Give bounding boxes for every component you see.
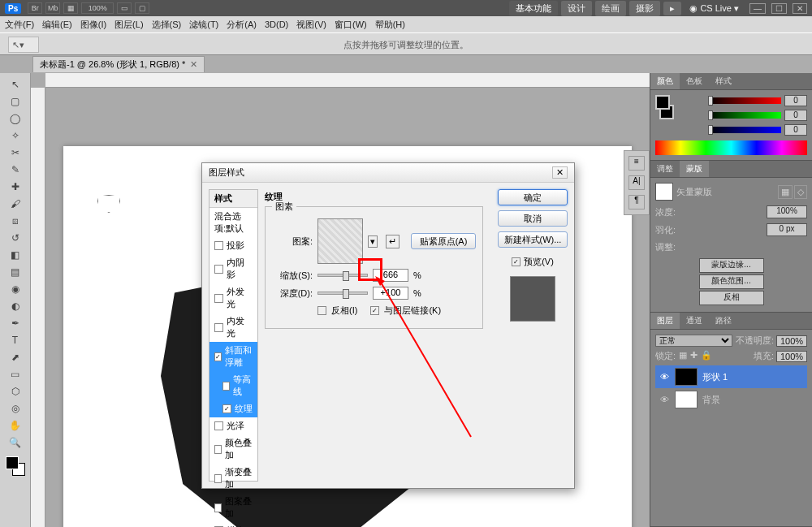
color-swatch[interactable] (6, 456, 25, 476)
menu-image[interactable]: 图像(I) (80, 19, 106, 31)
path-select-icon[interactable]: ⬈ (6, 349, 24, 365)
crop-tool-icon[interactable]: ✂ (6, 145, 24, 161)
tab-channels[interactable]: 通道 (680, 313, 709, 329)
menu-help[interactable]: 帮助(H) (375, 19, 405, 31)
mask-edge-button[interactable]: 蒙版边缘... (699, 258, 764, 273)
density-value[interactable]: 100% (767, 205, 807, 218)
style-outer-glow[interactable]: 外发光 (209, 283, 257, 313)
screen-mode-icon[interactable]: ▢ (135, 2, 149, 14)
menu-filter[interactable]: 滤镜(T) (189, 19, 218, 31)
layer-row-shape[interactable]: 👁 ◈ 形状 1 (655, 365, 807, 388)
pattern-preview[interactable] (317, 218, 363, 264)
shape-tool-icon[interactable]: ▭ (6, 366, 24, 382)
marquee-tool-icon[interactable]: ▢ (6, 93, 24, 110)
eyedropper-tool-icon[interactable]: ✎ (6, 162, 24, 178)
style-satin[interactable]: 光泽 (209, 417, 257, 434)
blur-tool-icon[interactable]: ◉ (6, 281, 24, 297)
new-preset-icon[interactable]: ↵ (386, 235, 400, 248)
style-blend-options[interactable]: 混合选项:默认 (209, 208, 257, 237)
style-texture[interactable]: 纹理 (209, 400, 257, 417)
r-slider[interactable] (708, 97, 781, 104)
new-style-button[interactable]: 新建样式(W)... (498, 231, 568, 248)
style-contour[interactable]: 等高线 (209, 371, 257, 400)
workspace-more[interactable]: ▸ (663, 2, 681, 15)
close-tab-icon[interactable]: ✕ (190, 59, 197, 70)
menu-3d[interactable]: 3D(D) (265, 19, 288, 29)
tab-color[interactable]: 颜色 (650, 73, 680, 89)
tab-layers[interactable]: 图层 (650, 313, 680, 329)
menu-view[interactable]: 视图(V) (296, 19, 326, 31)
visibility-icon[interactable]: 👁 (659, 372, 670, 382)
fill-value[interactable]: 100% (776, 351, 807, 362)
depth-input[interactable]: +100 (373, 287, 408, 300)
style-drop-shadow[interactable]: 投影 (209, 237, 257, 254)
lock-all-icon[interactable]: 🔒 (701, 350, 712, 362)
paragraph-icon[interactable]: ¶ (628, 195, 645, 210)
b-value[interactable]: 0 (784, 124, 807, 136)
lasso-tool-icon[interactable]: ◯ (6, 110, 24, 127)
menu-select[interactable]: 选择(S) (152, 19, 182, 31)
color-swatch-panel[interactable] (655, 95, 674, 119)
feather-value[interactable]: 0 px (767, 223, 807, 236)
gradient-tool-icon[interactable]: ▤ (6, 264, 24, 280)
snap-origin-button[interactable]: 贴紧原点(A) (411, 233, 476, 249)
link-checkbox[interactable]: ✓ (370, 306, 379, 315)
menu-analysis[interactable]: 分析(A) (227, 19, 257, 31)
history-icon[interactable]: ≡ (628, 156, 645, 171)
mini-bridge-icon[interactable]: Mb (45, 2, 60, 14)
zoom-level[interactable]: 100% (81, 2, 114, 14)
menu-edit[interactable]: 编辑(E) (42, 19, 72, 31)
wand-tool-icon[interactable]: ✧ (6, 127, 24, 144)
menu-file[interactable]: 文件(F) (5, 19, 34, 31)
workspace-draw[interactable]: 绘画 (595, 1, 626, 16)
lock-pixels-icon[interactable]: ▦ (679, 350, 687, 362)
pixel-mask-icon[interactable]: ▦ (778, 185, 793, 199)
preview-checkbox[interactable]: ✓ (512, 257, 520, 266)
current-tool-indicator[interactable]: ↖▾ (8, 37, 39, 53)
cslive-button[interactable]: ◉ CS Live ▾ (689, 3, 739, 14)
character-icon[interactable]: A| (628, 175, 645, 190)
visibility-icon[interactable]: 👁 (659, 395, 670, 404)
style-color-overlay[interactable]: 颜色叠加 (209, 434, 257, 464)
workspace-photo[interactable]: 摄影 (629, 1, 660, 16)
brush-tool-icon[interactable]: 🖌 (6, 196, 24, 212)
g-value[interactable]: 0 (784, 110, 807, 121)
layer-row-background[interactable]: 👁 背景 (655, 388, 807, 411)
vector-mask-icon[interactable]: ◇ (794, 185, 807, 199)
hand-tool-icon[interactable]: ✋ (6, 417, 24, 434)
depth-slider[interactable] (317, 292, 368, 295)
r-value[interactable]: 0 (784, 95, 807, 106)
ok-button[interactable]: 确定 (498, 189, 568, 205)
dialog-close-icon[interactable]: ✕ (552, 166, 568, 179)
pen-tool-icon[interactable]: ✒ (6, 315, 24, 331)
pattern-dropdown-icon[interactable]: ▾ (368, 235, 378, 248)
zoom-tool-icon[interactable]: 🔍 (6, 434, 24, 451)
g-slider[interactable] (708, 112, 781, 119)
blend-mode-select[interactable]: 正常 (655, 335, 732, 347)
style-bevel[interactable]: 斜面和浮雕 (209, 342, 257, 371)
bridge-icon[interactable]: Br (28, 2, 42, 14)
cancel-button[interactable]: 取消 (498, 210, 568, 227)
document-tab[interactable]: 未标题-1 @ 26.8% (形状 1, RGB/8) * ✕ (32, 56, 205, 72)
spectrum-bar[interactable] (655, 140, 807, 155)
tab-paths[interactable]: 路径 (709, 313, 738, 329)
style-pattern-overlay[interactable]: 图案叠加 (209, 493, 257, 522)
stamp-tool-icon[interactable]: ⧇ (6, 213, 24, 229)
invert-checkbox[interactable] (317, 306, 326, 315)
tab-swatch[interactable]: 色板 (680, 73, 709, 89)
color-range-button[interactable]: 颜色范围... (699, 274, 764, 289)
window-min-icon[interactable]: — (749, 3, 766, 14)
style-stroke[interactable]: 描边 (209, 522, 257, 527)
arrange-icon[interactable]: ▭ (117, 2, 132, 14)
window-max-icon[interactable]: ☐ (771, 3, 787, 14)
menu-layer[interactable]: 图层(L) (114, 19, 143, 31)
opacity-value[interactable]: 100% (776, 335, 807, 347)
window-close-icon[interactable]: ✕ (793, 3, 807, 14)
eraser-tool-icon[interactable]: ◧ (6, 247, 24, 263)
b-slider[interactable] (708, 127, 781, 133)
style-inner-glow[interactable]: 内发光 (209, 313, 257, 342)
workspace-basic[interactable]: 基本功能 (509, 1, 558, 16)
3d-camera-icon[interactable]: ◎ (6, 400, 24, 417)
move-tool-icon[interactable]: ↖ (6, 76, 24, 93)
tab-style[interactable]: 样式 (709, 73, 738, 89)
